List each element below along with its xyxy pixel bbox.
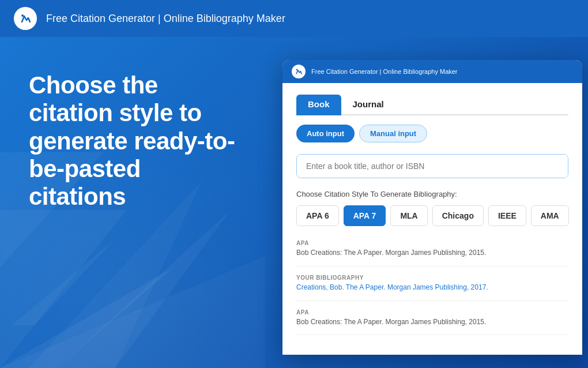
svg-point-8 — [296, 69, 298, 71]
hero-headline: Choose the citation style to generate re… — [29, 72, 242, 211]
style-apa6[interactable]: APA 6 — [296, 205, 339, 226]
mockup-logo — [292, 65, 306, 78]
hero-left-panel: Choose the citation style to generate re… — [0, 37, 265, 368]
mockup-topbar: Free Citation Generator | Online Bibliog… — [282, 60, 582, 83]
logo — [14, 7, 37, 30]
result-3-text: Bob Creations: The A Paper. Morgan James… — [296, 317, 568, 327]
svg-point-0 — [21, 14, 24, 17]
style-ama[interactable]: AMA — [531, 205, 569, 226]
hero-right-panel: Free Citation Generator | Online Bibliog… — [265, 37, 588, 368]
search-wrapper — [296, 154, 568, 178]
auto-input-btn[interactable]: Auto input — [296, 125, 355, 142]
style-chicago[interactable]: Chicago — [432, 205, 484, 226]
tab-book[interactable]: Book — [296, 95, 341, 115]
result-3-label: APA — [296, 309, 568, 316]
result-2: Your Bibliography Creations, Bob. The A … — [296, 275, 568, 301]
style-ieee[interactable]: IEEE — [488, 205, 526, 226]
result-3: APA Bob Creations: The A Paper. Morgan J… — [296, 309, 568, 336]
citation-style-buttons: APA 6 APA 7 MLA Chicago IEEE AMA — [296, 205, 568, 226]
app-mockup: Free Citation Generator | Online Bibliog… — [282, 60, 582, 355]
citation-style-label: Choose Citation Style To Generate Biblio… — [296, 190, 568, 198]
search-input[interactable] — [297, 155, 568, 178]
site-title: Free Citation Generator | Online Bibliog… — [46, 13, 285, 25]
result-1: APA Bob Creations: The A Paper. Morgan J… — [296, 240, 568, 266]
hero-section: Choose the citation style to generate re… — [0, 37, 588, 368]
manual-input-btn[interactable]: Manual input — [359, 125, 427, 142]
style-mla[interactable]: MLA — [390, 205, 427, 226]
source-type-tabs: Book Journal — [296, 95, 568, 115]
input-mode-row: Auto input Manual input — [296, 125, 568, 142]
mockup-body: Book Journal Auto input Manual input Cho… — [282, 83, 582, 355]
mockup-topbar-title: Free Citation Generator | Online Bibliog… — [311, 68, 458, 75]
result-2-label: Your Bibliography — [296, 275, 568, 281]
top-navigation: Free Citation Generator | Online Bibliog… — [0, 0, 588, 37]
result-1-text: Bob Creations: The A Paper. Morgan James… — [296, 248, 568, 258]
result-1-label: APA — [296, 240, 568, 246]
tab-journal[interactable]: Journal — [341, 95, 395, 115]
result-2-text: Creations, Bob. The A Paper. Morgan Jame… — [296, 283, 568, 292]
style-apa7[interactable]: APA 7 — [344, 205, 386, 226]
